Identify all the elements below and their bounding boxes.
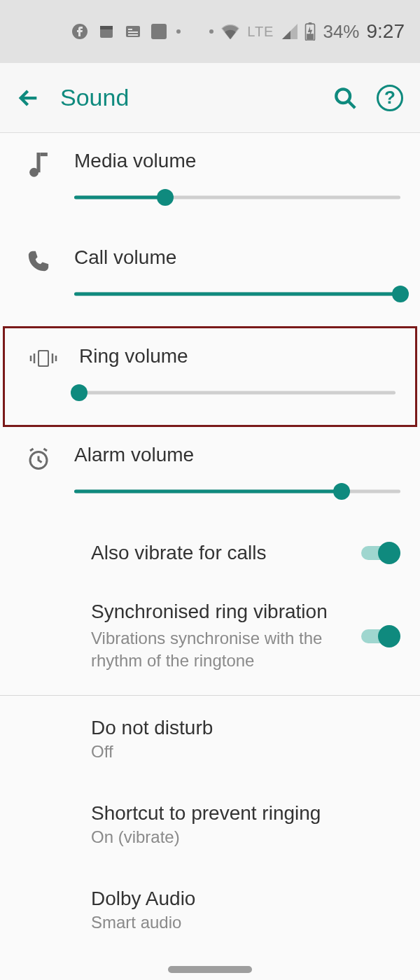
shortcut-title: Shortcut to prevent ringing: [91, 802, 400, 825]
overflow-dot-icon: [176, 29, 181, 34]
search-icon[interactable]: [333, 86, 357, 110]
dolby-audio-row[interactable]: Dolby Audio Smart audio: [0, 864, 420, 949]
svg-rect-12: [36, 153, 40, 172]
dnd-subtitle: Off: [91, 742, 400, 762]
sync-ring-title: Synchronised ring vibration: [91, 601, 349, 623]
dolby-subtitle: Smart audio: [91, 913, 400, 932]
facebook-icon: [71, 23, 88, 40]
vibrate-for-calls-title: Also vibrate for calls: [91, 542, 349, 564]
sync-ring-subtitle: Vibrations synchronise with the rhythm o…: [91, 627, 349, 673]
svg-rect-4: [128, 29, 132, 30]
ring-volume-label: Ring volume: [79, 345, 396, 368]
call-volume-row: Call volume: [0, 230, 420, 326]
svg-point-10: [336, 89, 350, 103]
media-volume-row: Media volume: [0, 133, 420, 230]
shortcut-prevent-ringing-row[interactable]: Shortcut to prevent ringing On (vibrate): [0, 778, 420, 864]
vibrate-for-calls-switch[interactable]: [361, 542, 400, 564]
status-bar: LTE 34% 9:27: [0, 0, 420, 63]
svg-rect-5: [128, 31, 138, 33]
battery-icon: [304, 22, 316, 41]
status-left-icons: [15, 23, 181, 40]
overflow-dot-icon: [209, 29, 214, 34]
media-volume-label: Media volume: [74, 150, 400, 172]
ring-volume-slider[interactable]: [79, 384, 396, 401]
shortcut-subtitle: On (vibrate): [91, 827, 400, 847]
wifi-icon: [220, 24, 240, 39]
page-title: Sound: [60, 84, 314, 111]
svg-rect-14: [39, 351, 48, 365]
svg-rect-6: [128, 34, 138, 36]
svg-rect-2: [100, 26, 113, 29]
clock-time: 9:27: [367, 20, 405, 43]
alarm-volume-label: Alarm volume: [74, 444, 400, 466]
app-icon: [151, 24, 167, 39]
sync-ring-vibration-row[interactable]: Synchronised ring vibration Vibrations s…: [0, 582, 420, 691]
network-label: LTE: [247, 24, 274, 40]
dnd-title: Do not disturb: [91, 717, 400, 739]
vibrate-icon: [28, 348, 59, 369]
app-header: Sound ?: [0, 63, 420, 133]
calendar-icon: [98, 23, 115, 40]
call-volume-slider[interactable]: [74, 286, 400, 302]
dolby-title: Dolby Audio: [91, 888, 400, 910]
section-divider: [0, 695, 420, 696]
ring-volume-highlight: Ring volume: [3, 326, 417, 427]
back-icon[interactable]: [17, 86, 41, 110]
help-icon[interactable]: ?: [377, 85, 403, 111]
vibrate-for-calls-row[interactable]: Also vibrate for calls: [0, 524, 420, 582]
settings-content: Media volume Call volume: [0, 133, 420, 949]
news-icon: [125, 23, 141, 40]
alarm-volume-slider[interactable]: [74, 483, 400, 500]
do-not-disturb-row[interactable]: Do not disturb Off: [0, 700, 420, 778]
alarm-icon: [26, 447, 51, 472]
sync-ring-switch[interactable]: [361, 625, 400, 648]
svg-rect-8: [309, 22, 312, 24]
call-volume-label: Call volume: [74, 246, 400, 269]
music-note-icon: [27, 153, 50, 178]
battery-percent: 34%: [323, 21, 359, 43]
nav-handle[interactable]: [168, 966, 252, 973]
signal-icon: [281, 24, 298, 39]
media-volume-slider[interactable]: [74, 189, 400, 206]
phone-icon: [27, 249, 50, 273]
alarm-volume-row: Alarm volume: [0, 427, 420, 524]
ring-volume-row: Ring volume: [5, 328, 415, 425]
